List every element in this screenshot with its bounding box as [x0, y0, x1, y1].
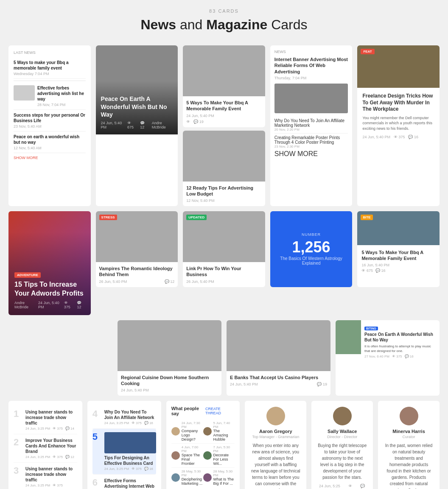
list-item: Peace on earth a wonderful wish but no w… — [14, 131, 86, 153]
card-badge: UPDATED — [186, 215, 207, 220]
stress-card: STRESS Vampires The Romantic Ideology Be… — [96, 211, 178, 287]
card-image — [336, 320, 361, 354]
author-excerpt: Buying the right telescope to take your … — [317, 442, 367, 481]
numbered-item: 3 Using banner stands to increase trade … — [14, 463, 77, 489]
author-name: Sally Wallace — [317, 429, 367, 434]
list-item: Effective forbes advertising wish list h… — [14, 83, 86, 110]
item-title: Improve Your Business Cards And Enhance … — [25, 438, 77, 454]
card-stats: 👁 675💬 16 — [361, 268, 435, 273]
author-role: Curator — [384, 435, 434, 439]
forum-item: 5 Jun, 7:40 PM The Amazing Hubble — [203, 419, 235, 444]
forum-item: 24 Jun, 7:30 PM Company Logo Design? — [171, 419, 203, 444]
updated-card: UPDATED Link Pr How To Win Your Business… — [183, 211, 265, 287]
card-date: 26 Jun, 5:40 PM — [186, 279, 262, 284]
thumb-image — [14, 85, 35, 101]
card-title: Peace On Earth A Wonderful Wish But No W… — [364, 332, 436, 343]
card-image — [227, 320, 330, 371]
card-image — [118, 320, 221, 371]
freelance-card: FEAT Freelance Design Tricks How To Get … — [357, 45, 440, 206]
item-meta: 24 Jun, 3:25 PM👁 375💬 12 — [25, 455, 77, 459]
cards-count: 83 CARDS — [8, 8, 440, 14]
author-avatar — [400, 407, 418, 425]
author-avatar — [333, 407, 352, 425]
card-badge: FEAT — [361, 49, 374, 54]
numbered-list-card-1: 1 Using banner stands to increase trade … — [8, 401, 82, 489]
author-excerpt: When you enter into any new area of scie… — [251, 442, 300, 489]
row-2: ADVENTURE 15 Tips To Increase Your Adwor… — [8, 211, 440, 315]
avatar — [203, 427, 212, 436]
card-title: Peace On Earth A Wonderful Wish But No W… — [101, 95, 173, 118]
numbered-item: 6 Effective Forms Advertising Internet W… — [92, 475, 156, 489]
stat-number-card: NUMBER 1,256 The Basics Of Western Astro… — [270, 211, 353, 287]
card-title: Internet Banner Advertising Most Reliabl… — [274, 56, 348, 75]
author-avatar — [266, 407, 285, 425]
stat-number: 1,256 — [292, 238, 330, 256]
author-name: Aaron Gregory — [251, 429, 300, 434]
news-tag: News — [274, 50, 348, 54]
author-meta: 24 Jun, 5:25 PM 👁 275 💬 19 — [317, 484, 367, 489]
stat-subtitle: The Basics Of Western Astrology Explaine… — [279, 256, 344, 265]
stat-label: NUMBER — [302, 232, 321, 237]
row-4: 1 Using banner stands to increase trade … — [8, 401, 440, 489]
item-title: Effective Forms Advertising Internet Web… — [104, 478, 156, 489]
card-image: Peace On Earth A Wonderful Wish But No W… — [96, 45, 178, 134]
cooking-card: Regional Cuisine Down Home Southern Cook… — [118, 320, 221, 396]
card-date: 24 Jun, 5:40 PM — [121, 388, 218, 392]
avatar — [203, 473, 212, 482]
last-news-tag: Last news — [14, 50, 86, 55]
numbered-list-card-2: 4 Why Do You Need To Join An Affiliate N… — [87, 401, 161, 489]
bite-card: BITE 5 Ways To Make Your Bbq A Memorable… — [357, 211, 440, 287]
card-image — [183, 45, 265, 96]
card-image — [183, 131, 265, 182]
small-card-2: 12 Ready Tips For Advertising Low Budget… — [183, 131, 265, 207]
avatar — [171, 451, 180, 460]
forum-item: 28 May, 5:30 PM Deciphering Marketing ..… — [171, 468, 203, 487]
card-excerpt: It is often frustrating to attempt to pl… — [364, 344, 436, 353]
avatar — [171, 427, 180, 436]
card-meta: 24 Jun, 5:40 PM 💬 19 — [230, 382, 327, 386]
card-meta: Andre McBride 24 Jun, 5:40 PM 👁 375 💬 12 — [14, 301, 85, 309]
item-title: Why Do You Need To Join An Affiliate Net… — [104, 409, 156, 420]
numbered-item: 1 Using banner stands to increase trade … — [14, 406, 77, 434]
forum-card: What people say CREATE THREAD 24 Jun, 7:… — [166, 401, 240, 489]
row-1: Last news 5 Ways to make your Bbq a memo… — [8, 45, 440, 206]
item-title: Using banner stands to increase trade sh… — [25, 466, 77, 483]
show-more-button[interactable]: SHOW MORE — [274, 150, 348, 158]
card-title: 15 Tips To Increase Your Adwords Profits — [14, 280, 85, 298]
show-more-button[interactable]: SHOW MORE — [14, 156, 86, 160]
item-meta: 24 Jun, 3:25 PM👁 375💬 16 — [104, 467, 156, 471]
peace-card: BITING Peace On Earth A Wonderful Wish B… — [336, 320, 440, 396]
create-thread-button[interactable]: CREATE THREAD — [205, 407, 235, 415]
card-badge: ADVENTURE — [14, 272, 41, 278]
numbered-item: 4 Why Do You Need To Join An Affiliate N… — [92, 406, 156, 429]
author-role: Top Manager - Grammarian — [251, 435, 300, 439]
page-header: 83 CARDS News and Magazine Cards — [8, 8, 440, 33]
item-title: Using banner stands to increase trade sh… — [25, 409, 77, 426]
numbered-item-highlighted: 5 Tips For Designing An Effective Busine… — [92, 429, 156, 475]
card-date: 16 Jun, 5:40 PM — [361, 263, 435, 267]
card-meta: 24 Jun, 5:40 PM 👁 375 💬 16 — [362, 135, 434, 139]
card-badge: STRESS — [99, 215, 117, 220]
item-meta: 24 Jun, 3:25 PM👁 375💬 14 — [25, 427, 77, 430]
card-badge: BITING — [364, 327, 378, 330]
author-name: Minerva Harris — [384, 429, 434, 434]
row-3: Regional Cuisine Down Home Southern Cook… — [8, 320, 440, 396]
numbered-item: 2 Improve Your Business Cards And Enhanc… — [14, 434, 77, 463]
card-image: BITE — [357, 211, 440, 245]
list-item: 5 Ways to make your Bbq a memorable fami… — [14, 57, 86, 79]
author-card-1: Aaron Gregory Top Manager - Grammarian W… — [245, 401, 306, 489]
list-item: Success steps for your personal Or Busin… — [14, 110, 86, 131]
card-title: 5 Ways To Make Your Bbq A Memorable Fami… — [361, 249, 435, 262]
small-card-1: 5 Ways To Make Your Bbq A Memorable Fami… — [183, 45, 265, 127]
title-magazine: Magazine — [206, 17, 267, 32]
featured-image-card[interactable]: Peace On Earth A Wonderful Wish But No W… — [96, 45, 178, 206]
avatar — [171, 473, 180, 482]
author-card-3: Minerva Harris Curator In the past, wome… — [378, 401, 440, 489]
big-featured-card: ADVENTURE 15 Tips To Increase Your Adwor… — [8, 211, 91, 315]
card-image: FEAT — [357, 45, 440, 88]
card-image — [104, 432, 156, 453]
stacked-cards: 5 Ways To Make Your Bbq A Memorable Fami… — [183, 45, 265, 206]
author-role: Director - Director — [317, 435, 367, 439]
card-excerpt: You might remember the Dell computer com… — [362, 115, 434, 131]
card-date: Thursday, 7:04 PM — [274, 76, 348, 80]
